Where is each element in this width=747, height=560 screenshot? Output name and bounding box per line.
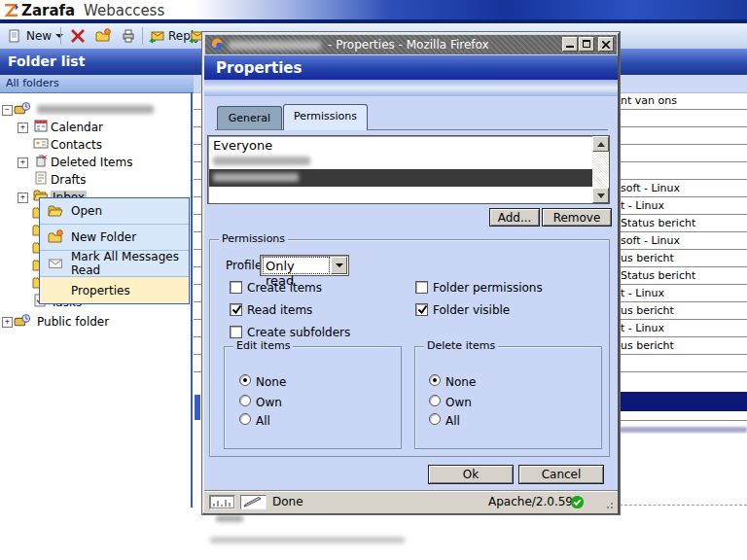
checkbox-folder-permissions[interactable] xyxy=(415,281,428,294)
open-folder-icon xyxy=(48,203,63,219)
server-text: Apache/2.0.59 xyxy=(488,495,573,508)
permissions-legend: Permissions xyxy=(219,232,288,245)
radio-delete-none[interactable] xyxy=(429,374,441,386)
sidebar-item-drafts[interactable]: Drafts xyxy=(51,173,87,187)
zarafa-logo-icon xyxy=(3,2,19,18)
brand-name: Zarafa xyxy=(21,2,75,19)
delete-items-group: Delete items xyxy=(414,346,602,449)
tab-permissions[interactable]: Permissions xyxy=(283,104,368,130)
delete-icon[interactable] xyxy=(70,28,86,44)
secure-check-icon xyxy=(570,495,585,509)
checkbox-label: Folder permissions xyxy=(433,281,543,295)
checkbox-label: Read items xyxy=(247,303,312,317)
maximize-button[interactable] xyxy=(579,37,594,52)
resize-grip[interactable] xyxy=(606,500,616,509)
tab-general[interactable]: General xyxy=(217,106,282,130)
radio-delete-own[interactable] xyxy=(429,395,441,406)
sidebar-item-deleted-items[interactable]: Deleted Items xyxy=(51,156,132,169)
scroll-up-icon xyxy=(597,142,605,147)
pen-icon xyxy=(240,495,267,509)
acl-item-redacted-selected[interactable] xyxy=(209,169,592,187)
edit-items-legend: Edit items xyxy=(233,339,293,352)
progress-icon xyxy=(209,495,235,509)
tree-expander-root[interactable]: − xyxy=(2,105,13,116)
menu-item-open[interactable]: Open xyxy=(40,198,189,225)
redacted-user-name xyxy=(213,157,310,165)
radio-label: Own xyxy=(256,396,282,409)
radio-edit-own[interactable] xyxy=(239,395,251,406)
radio-edit-none[interactable] xyxy=(239,374,251,386)
properties-dialog: - Properties - Mozilla Firefox Propertie… xyxy=(202,32,620,514)
sidebar-item-public-folder[interactable]: Public folder xyxy=(37,315,109,329)
acl-item-redacted[interactable] xyxy=(209,154,592,170)
maximize-icon xyxy=(583,40,590,48)
toolbar-separator-2 xyxy=(142,27,143,45)
sidebar-item-calendar[interactable]: Calendar xyxy=(51,121,103,134)
new-folder-icon xyxy=(48,229,63,245)
public-folder-icon xyxy=(14,312,30,329)
menu-item-mark-all-read[interactable]: Mark All Messages Read xyxy=(40,251,189,277)
redacted-title-prefix xyxy=(229,41,321,50)
profile-dropdown[interactable]: Only read xyxy=(260,255,349,276)
remove-button[interactable]: Remove xyxy=(542,208,612,227)
radio-label: None xyxy=(445,375,476,389)
profile-dropdown-button[interactable] xyxy=(331,257,347,274)
menu-item-new-folder[interactable]: New Folder xyxy=(40,225,189,251)
tab-baseline xyxy=(215,129,608,130)
new-button[interactable]: New xyxy=(4,26,66,46)
checkbox-label: Create items xyxy=(247,281,322,295)
calendar-icon xyxy=(33,118,49,133)
tree-expander-calendar[interactable]: + xyxy=(18,122,28,133)
radio-label: All xyxy=(256,414,270,428)
acl-listbox: Everyone xyxy=(207,135,610,204)
menu-item-label: Mark All Messages Read xyxy=(71,250,189,277)
dialog-titlebar[interactable]: - Properties - Mozilla Firefox xyxy=(205,35,617,54)
radio-delete-all[interactable] xyxy=(429,413,441,425)
ok-button[interactable]: Ok xyxy=(428,465,514,484)
acl-item-everyone[interactable]: Everyone xyxy=(209,137,592,154)
brand-suffix: Webaccess xyxy=(84,2,164,19)
maillist-scrollbar-thumb[interactable] xyxy=(195,395,200,420)
checkbox-read-items[interactable] xyxy=(230,303,242,316)
redacted-mail-row xyxy=(620,427,747,433)
menu-item-properties[interactable]: Properties xyxy=(40,277,189,303)
new-button-label: New xyxy=(26,29,52,43)
add-button[interactable]: Add... xyxy=(489,208,540,227)
tree-expander-inbox[interactable]: + xyxy=(18,192,28,203)
checkbox-label: Folder visible xyxy=(433,303,510,317)
dialog-statusbar: Done Apache/2.0.59 xyxy=(204,491,618,513)
folder-list-title: Folder list xyxy=(8,53,85,69)
checkbox-create-subfolders[interactable] xyxy=(230,326,242,338)
chevron-down-icon xyxy=(336,263,343,267)
radio-edit-all[interactable] xyxy=(239,413,251,425)
mail-row-divider xyxy=(620,420,747,421)
all-folders-label: All folders xyxy=(6,77,59,89)
firefox-icon xyxy=(209,37,224,52)
sidebar-item-contacts[interactable]: Contacts xyxy=(51,138,102,152)
scroll-down-button[interactable] xyxy=(592,188,609,203)
checkbox-folder-visible[interactable] xyxy=(415,303,428,316)
minimize-icon xyxy=(566,46,574,48)
redacted-root-name[interactable] xyxy=(37,105,154,114)
tree-expander-deleted[interactable]: + xyxy=(18,158,28,168)
reply-icon xyxy=(149,28,164,44)
folder-context-menu: Open New Folder Mark All Messages Read P… xyxy=(39,197,190,304)
menu-item-label: New Folder xyxy=(71,230,136,244)
redacted-text xyxy=(210,537,405,543)
menu-item-label: Properties xyxy=(71,284,130,298)
copy-icon[interactable] xyxy=(95,28,111,44)
cancel-button[interactable]: Cancel xyxy=(518,465,604,484)
sidebar-right-border xyxy=(191,92,193,508)
scroll-up-button[interactable] xyxy=(592,136,609,152)
minimize-button[interactable] xyxy=(562,37,578,52)
close-button[interactable] xyxy=(598,37,614,52)
scroll-down-icon xyxy=(597,193,605,198)
tree-expander-public[interactable]: + xyxy=(2,317,13,328)
radio-label: Own xyxy=(445,396,472,409)
listbox-scrollbar[interactable] xyxy=(592,136,609,203)
radio-label: None xyxy=(256,375,286,389)
print-icon[interactable] xyxy=(121,28,136,44)
checkbox-create-items[interactable] xyxy=(230,281,242,294)
maillist-bottom-line xyxy=(620,505,747,506)
dialog-header-title: Properties xyxy=(216,59,302,77)
